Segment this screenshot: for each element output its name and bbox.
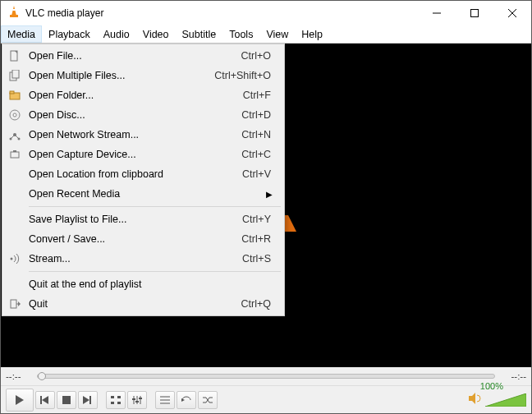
menuitem-quit[interactable]: QuitCtrl+Q — [4, 294, 282, 314]
controls-bar: 100% — [1, 385, 531, 413]
seek-thumb[interactable] — [38, 372, 46, 380]
maximize-button[interactable] — [456, 1, 493, 25]
svg-rect-19 — [117, 396, 121, 398]
menuitem-shortcut: Ctrl+C — [241, 149, 282, 160]
submenu-arrow-icon: ▶ — [266, 190, 282, 199]
svg-point-41 — [13, 113, 16, 117]
menu-view[interactable]: View — [259, 25, 295, 43]
menu-tools[interactable]: Tools — [222, 25, 259, 43]
window-title: VLC media player — [25, 7, 418, 19]
svg-point-49 — [11, 258, 13, 260]
play-button[interactable] — [6, 389, 34, 412]
menuitem-open-folder[interactable]: Open Folder...Ctrl+F — [4, 85, 282, 105]
menuitem-shortcut: Ctrl+V — [242, 168, 282, 180]
menuitem-label: Open Network Stream... — [25, 129, 241, 140]
menuitem-stream[interactable]: Stream...Ctrl+S — [4, 249, 282, 269]
minimize-button[interactable] — [418, 1, 456, 25]
menu-media[interactable]: Media — [1, 25, 42, 43]
menuitem-open-file[interactable]: Open File...Ctrl+O — [4, 46, 282, 66]
menuitem-label: Open Multiple Files... — [25, 70, 214, 81]
svg-rect-15 — [62, 396, 71, 404]
menuitem-open-capture-device[interactable]: Open Capture Device...Ctrl+C — [4, 145, 282, 164]
seek-track[interactable] — [37, 374, 495, 379]
svg-rect-37 — [12, 70, 19, 78]
disc-icon — [4, 109, 25, 121]
menuitem-open-multiple-files[interactable]: Open Multiple Files...Ctrl+Shift+O — [4, 66, 282, 85]
time-elapsed: --:-- — [6, 371, 32, 381]
svg-rect-50 — [11, 300, 16, 308]
next-button[interactable] — [78, 391, 98, 409]
svg-rect-27 — [139, 398, 142, 399]
menuitem-shortcut: Ctrl+D — [241, 109, 282, 121]
menuitem-convert-save[interactable]: Convert / Save...Ctrl+R — [4, 229, 282, 249]
menuitem-label: Open Disc... — [25, 109, 241, 121]
playlist-button[interactable] — [155, 391, 175, 409]
svg-marker-52 — [18, 301, 21, 306]
fullscreen-button[interactable] — [106, 391, 126, 409]
svg-rect-17 — [89, 396, 91, 404]
stream-icon — [4, 253, 25, 264]
app-icon — [7, 5, 21, 21]
menuitem-label: Open Capture Device... — [25, 149, 241, 160]
svg-line-45 — [11, 135, 15, 139]
menuitem-open-network-stream[interactable]: Open Network Stream...Ctrl+N — [4, 125, 282, 145]
loop-button[interactable] — [177, 391, 196, 409]
menuitem-label: Convert / Save... — [25, 233, 241, 245]
menuitem-shortcut: Ctrl+Y — [242, 214, 282, 225]
menuitem-shortcut: Ctrl+Q — [241, 298, 282, 310]
extended-settings-button[interactable] — [127, 391, 147, 409]
svg-rect-18 — [111, 396, 114, 398]
menuitem-label: Stream... — [25, 253, 242, 264]
stop-button[interactable] — [57, 391, 76, 409]
speaker-icon[interactable] — [469, 393, 482, 407]
svg-rect-21 — [117, 402, 121, 404]
seekbar: --:-- --:-- — [1, 367, 531, 385]
svg-rect-13 — [40, 396, 42, 404]
folder-icon — [4, 90, 25, 101]
network-icon — [4, 129, 25, 140]
svg-rect-20 — [111, 402, 114, 404]
menu-audio[interactable]: Audio — [97, 25, 136, 43]
menuitem-label: Open File... — [25, 50, 241, 62]
quit-icon — [4, 298, 25, 310]
svg-rect-26 — [135, 401, 139, 402]
random-button[interactable] — [198, 391, 218, 409]
menuitem-label: Quit — [25, 298, 241, 310]
capture-icon — [4, 149, 25, 160]
menuitem-shortcut: Ctrl+S — [242, 253, 282, 264]
svg-line-46 — [15, 135, 19, 139]
file-icon — [4, 50, 25, 62]
svg-rect-4 — [471, 10, 479, 17]
menuitem-shortcut: Ctrl+R — [241, 233, 282, 245]
svg-rect-2 — [12, 9, 16, 11]
menuitem-label: Open Folder... — [25, 90, 243, 101]
menuitem-label: Open Recent Media — [25, 188, 266, 200]
close-button[interactable] — [493, 1, 531, 25]
menu-subtitle[interactable]: Subtitle — [176, 25, 223, 43]
files-icon — [4, 70, 25, 81]
menuitem-shortcut: Ctrl+F — [243, 90, 282, 101]
svg-rect-25 — [132, 398, 135, 400]
menuitem-save-playlist-to-file[interactable]: Save Playlist to File...Ctrl+Y — [4, 209, 282, 229]
svg-marker-14 — [42, 396, 48, 404]
menuitem-quit-at-the-end-of-playlist[interactable]: Quit at the end of playlist — [4, 274, 282, 294]
menu-playback[interactable]: Playback — [42, 25, 97, 43]
svg-rect-47 — [11, 152, 19, 158]
menuitem-shortcut: Ctrl+Shift+O — [214, 70, 282, 81]
svg-rect-1 — [10, 15, 18, 17]
svg-marker-12 — [16, 395, 24, 405]
menuitem-label: Quit at the end of playlist — [25, 278, 271, 290]
menu-help[interactable]: Help — [295, 25, 329, 43]
menuitem-open-recent-media[interactable]: Open Recent Media▶ — [4, 184, 282, 204]
menuitem-open-disc[interactable]: Open Disc...Ctrl+D — [4, 105, 282, 125]
menuitem-open-location-from-clipboard[interactable]: Open Location from clipboardCtrl+V — [4, 164, 282, 184]
volume-control: 100% — [469, 393, 526, 407]
previous-button[interactable] — [35, 391, 55, 409]
app-window: VLC media player MediaPlaybackAudioVideo… — [0, 0, 532, 414]
volume-slider[interactable] — [485, 393, 526, 407]
menu-video[interactable]: Video — [136, 25, 176, 43]
svg-marker-16 — [83, 396, 89, 404]
menuitem-shortcut: Ctrl+N — [241, 129, 282, 140]
menuitem-shortcut: Ctrl+O — [241, 50, 282, 62]
media-menu-dropdown: Open File...Ctrl+OOpen Multiple Files...… — [2, 44, 285, 316]
